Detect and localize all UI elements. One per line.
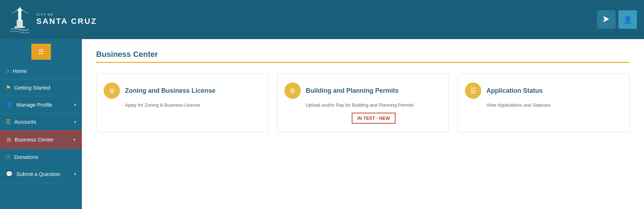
user-button[interactable]: 👤 xyxy=(618,10,637,29)
building-card-icon: ⊕ xyxy=(284,82,301,99)
business-center-chevron-icon: ▾ xyxy=(73,137,75,142)
accounts-icon: ☰ xyxy=(6,118,11,125)
header: CITY OF SANTA CRUZ ⮞ 👤 xyxy=(0,0,644,39)
sidebar-item-home-label: Home xyxy=(13,68,27,74)
getting-started-icon: ⚑ xyxy=(6,84,11,91)
sidebar-item-manage-profile-label: Manage Profile xyxy=(16,102,52,108)
title-divider xyxy=(96,62,630,63)
user-icon: 👤 xyxy=(623,15,632,24)
application-status-card-description: View Applications and Statuses xyxy=(465,102,622,108)
submit-question-chevron-icon: ▾ xyxy=(74,172,76,177)
logo-area: CITY OF SANTA CRUZ xyxy=(7,5,97,34)
sidebar-item-home[interactable]: ⌂ Home xyxy=(0,63,82,79)
sidebar-item-submit-question[interactable]: 💬 Submit a Question ▾ xyxy=(0,166,82,183)
logo-text: CITY OF SANTA CRUZ xyxy=(36,13,97,26)
sidebar: ☰ ⌂ Home ⚑ Getting Started 👤 Manage Prof… xyxy=(0,39,82,209)
sidebar-toggle-button[interactable]: ☰ xyxy=(31,44,51,60)
svg-rect-0 xyxy=(18,10,21,21)
application-status-card-icon: ☰ xyxy=(465,82,481,99)
svg-rect-2 xyxy=(17,20,23,27)
manage-profile-icon: 👤 xyxy=(6,101,13,108)
card-building[interactable]: ⊕ Building and Planning Permits Upload a… xyxy=(277,74,449,133)
main-content: Business Center ⊕ Zoning and Business Li… xyxy=(82,39,644,209)
zoning-card-icon: ⊕ xyxy=(104,82,120,99)
business-center-icon: ⊞ xyxy=(6,136,11,143)
sidebar-item-accounts[interactable]: ☰ Accounts ▾ xyxy=(0,113,82,130)
submit-question-icon: 💬 xyxy=(6,171,13,177)
card-application-status[interactable]: ☰ Application Status View Applications a… xyxy=(457,74,630,133)
sidebar-item-accounts-label: Accounts xyxy=(14,119,36,125)
sidebar-item-manage-profile[interactable]: 👤 Manage Profile ▾ xyxy=(0,96,82,113)
sidebar-item-getting-started-label: Getting Started xyxy=(14,85,50,91)
home-icon: ⌂ xyxy=(6,68,9,74)
logout-button[interactable]: ⮞ xyxy=(597,10,616,29)
donations-icon: ☉ xyxy=(6,154,11,160)
hamburger-icon: ☰ xyxy=(38,48,44,56)
svg-rect-3 xyxy=(15,26,25,28)
logout-icon: ⮞ xyxy=(603,16,610,24)
manage-profile-chevron-icon: ▾ xyxy=(74,102,76,107)
page-title: Business Center xyxy=(96,50,630,59)
zoning-card-description: Apply for Zoning & Business License xyxy=(104,102,261,108)
santa-cruz-label: SANTA CRUZ xyxy=(36,17,97,26)
header-actions: ⮞ 👤 xyxy=(597,10,637,29)
sidebar-item-getting-started[interactable]: ⚑ Getting Started xyxy=(0,79,82,96)
building-card-badge: IN TEST - NEW xyxy=(352,113,396,124)
sidebar-item-donations-label: Donations xyxy=(14,154,38,160)
sidebar-item-business-center-label: Business Center xyxy=(15,136,54,143)
zoning-card-title: Zoning and Business License xyxy=(125,87,215,95)
application-status-card-title: Application Status xyxy=(486,87,543,95)
sidebar-item-submit-question-label: Submit a Question xyxy=(16,171,60,177)
cards-grid: ⊕ Zoning and Business License Apply for … xyxy=(96,74,630,133)
card-zoning[interactable]: ⊕ Zoning and Business License Apply for … xyxy=(96,74,268,133)
accounts-chevron-icon: ▾ xyxy=(74,119,76,124)
main-layout: ☰ ⌂ Home ⚑ Getting Started 👤 Manage Prof… xyxy=(0,39,644,209)
sidebar-item-donations[interactable]: ☉ Donations xyxy=(0,149,82,166)
city-of-label: CITY OF xyxy=(36,13,97,17)
sidebar-item-business-center[interactable]: ⊞ Business Center ▾ xyxy=(0,130,82,149)
city-logo-icon xyxy=(7,5,32,34)
building-card-description: Upload and/or Pay for Building and Plann… xyxy=(284,102,442,108)
building-card-title: Building and Planning Permits xyxy=(306,87,399,95)
